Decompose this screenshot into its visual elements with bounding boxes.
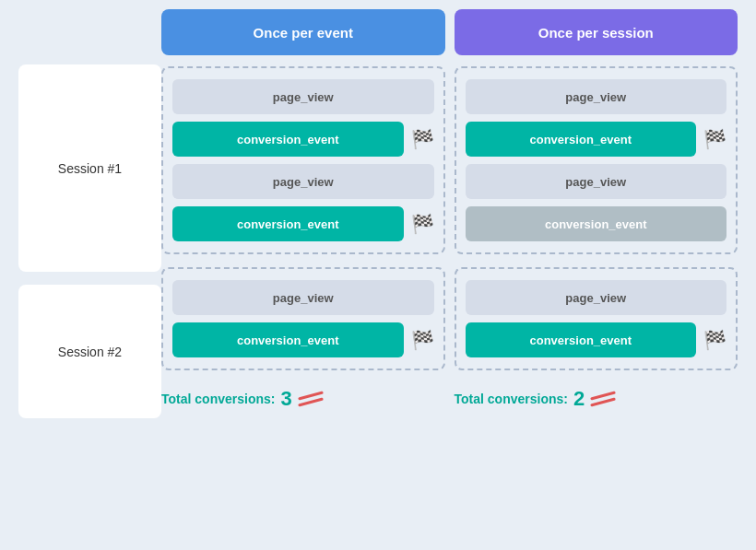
columns-container: Once per event page_view conversion_even… [161,9,738,418]
col1-header: Once per event [161,9,445,55]
col1-s1-event1-box: page_view [172,79,434,114]
col1-s1-event4-row: conversion_event 🏁 [172,206,434,241]
col2-header-text: Once per session [538,25,654,41]
col2-s1-event2-box: conversion_event [466,122,697,157]
col1-total-value: 3 [280,387,291,411]
col2-s2-event1-box: page_view [466,280,727,315]
col1-s1-event1-row: page_view [172,79,434,114]
col1-s1-flag2-icon: 🏁 [411,215,434,233]
col2-s1-event1-box: page_view [466,79,727,114]
col1-s2-event1-box: page_view [172,280,434,315]
session-1-text: Session #1 [58,161,122,176]
col2-s2-event1-row: page_view [466,280,727,315]
session-2-label: Session #2 [18,285,161,418]
col1-s2-flag1-icon: 🏁 [411,331,434,349]
column-once-per-session: Once per session page_view conversion_ev… [455,9,738,418]
column-once-per-event: Once per event page_view conversion_even… [161,9,445,418]
col2-session2-block: page_view conversion_event 🏁 [455,267,738,370]
col1-s2-event2-box: conversion_event [172,322,404,357]
session-labels: Session #1 Session #2 [18,9,161,418]
col1-s1-event4-label: conversion_event [237,217,339,231]
col2-session1-block: page_view conversion_event 🏁 page_view [455,66,738,254]
col2-s2-event2-box: conversion_event [466,322,697,357]
col1-s1-event3-box: page_view [172,164,434,199]
col2-s1-flag1-icon: 🏁 [703,130,726,148]
col2-s2-event2-row: conversion_event 🏁 [466,322,727,357]
col1-total-row: Total conversions: 3 [161,383,445,415]
col2-s2-flag1-icon: 🏁 [703,331,726,349]
session-2-text: Session #2 [58,345,122,359]
col2-s1-event2-label: conversion_event [529,133,632,146]
col1-header-text: Once per event [254,25,353,41]
col1-s1-event4-box: conversion_event [172,206,404,241]
col1-s1-event2-box: conversion_event [172,122,404,157]
col2-s1-event3-label: page_view [565,175,626,189]
col1-s1-event3-label: page_view [273,175,334,189]
col1-s2-event1-row: page_view [172,280,434,315]
col2-s1-event4-row: conversion_event [466,206,727,241]
col1-s1-flag1-icon: 🏁 [411,130,434,148]
col2-s1-event4-box: conversion_event [466,206,727,241]
session-1-label: Session #1 [18,64,161,272]
col1-s1-event1-label: page_view [273,90,334,104]
col1-s1-event3-row: page_view [172,164,434,199]
col1-session1-block: page_view conversion_event 🏁 page_view [161,66,445,254]
col1-session2-block: page_view conversion_event 🏁 [161,267,445,370]
col1-total-label: Total conversions: [161,392,275,406]
col2-total-row: Total conversions: 2 [455,383,738,415]
col1-s1-event2-row: conversion_event 🏁 [172,122,434,157]
col2-s2-event1-label: page_view [565,291,626,305]
col2-s1-event4-label: conversion_event [545,217,647,231]
col2-total-label: Total conversions: [455,392,568,406]
col2-s1-event3-box: page_view [466,164,727,199]
col1-strikethrough [298,394,324,404]
col1-s2-event2-row: conversion_event 🏁 [172,322,434,357]
col2-header: Once per session [455,9,738,55]
col2-s1-event1-row: page_view [466,79,727,114]
col2-s2-event2-label: conversion_event [529,334,632,347]
col2-strikethrough [590,394,616,404]
col1-s1-event2-label: conversion_event [237,133,339,146]
col2-s1-event3-row: page_view [466,164,727,199]
col1-s2-event1-label: page_view [273,291,334,305]
col2-s1-event1-label: page_view [565,90,626,104]
col1-s2-event2-label: conversion_event [237,334,339,347]
col2-s1-event2-row: conversion_event 🏁 [466,122,727,157]
col2-total-value: 2 [573,387,585,411]
